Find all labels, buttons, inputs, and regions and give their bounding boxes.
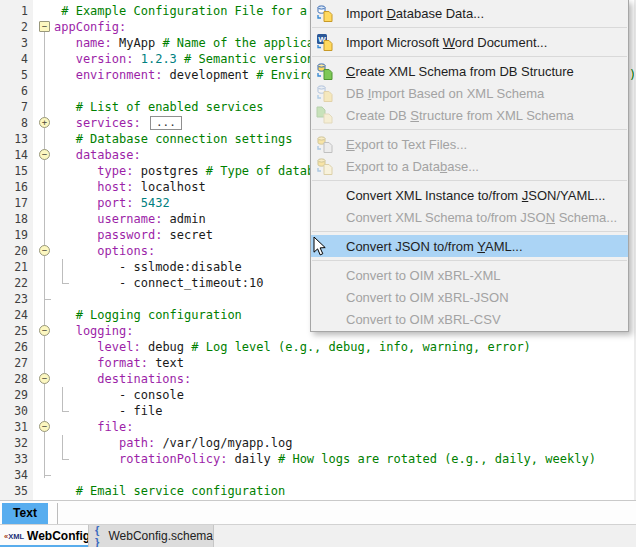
file-tab-label: WebConfig.schema [109, 529, 214, 543]
line-number: 34 [0, 467, 28, 483]
code-line[interactable]: version: 1.2.3 # Semantic version [54, 51, 314, 67]
menu-item-convert-to-oim-xbrl-csv[interactable]: Convert to OIM xBRL-CSV [311, 308, 628, 330]
code-line[interactable]: # Logging configuration [54, 307, 242, 323]
code-line[interactable]: services: ... [54, 115, 182, 131]
code-line[interactable]: - connect_timeout:10 [54, 275, 264, 291]
line-number: 32 [0, 435, 28, 451]
collapsed-fold-box[interactable]: ... [150, 116, 182, 130]
code-line[interactable]: # Database connection settings [54, 131, 292, 147]
view-mode-tabbar: Text [0, 500, 636, 524]
line-number: 16 [0, 179, 28, 195]
menu-separator [312, 56, 627, 57]
code-line[interactable]: database: [54, 147, 141, 163]
menu-item-label: Import Database Data... [346, 6, 484, 21]
line-number: 24 [0, 307, 28, 323]
file-tabbar: «XML WebConfig { } WebConfig.schema [0, 524, 636, 547]
line-number: 3 [0, 35, 28, 51]
xml-file-icon: «XML [4, 532, 24, 541]
code-line[interactable]: password: secret [54, 227, 213, 243]
menu-item-label: Export to a Database... [346, 159, 479, 174]
context-menu: Import Database Data...WImport Microsoft… [310, 0, 629, 332]
menu-item-convert-to-oim-xbrl-xml[interactable]: Convert to OIM xBRL-XML [311, 264, 628, 286]
menu-item-import-database-data[interactable]: Import Database Data... [311, 2, 628, 24]
export-text-faded-icon [316, 135, 334, 153]
code-line[interactable]: username: admin [54, 211, 206, 227]
line-number: 6 [0, 83, 28, 99]
file-tab-webconfig[interactable]: «XML WebConfig [0, 525, 88, 547]
xmlspy-window: 1234567813141516171819202122232425262728… [0, 0, 636, 547]
menu-item-label: Create DB Structure from XML Schema [346, 108, 574, 123]
line-number: 7 [0, 99, 28, 115]
menu-item-label: Convert JSON to/from YAML... [346, 239, 523, 254]
menu-item-convert-to-oim-xbrl-json[interactable]: Convert to OIM xBRL-JSON [311, 286, 628, 308]
code-line[interactable]: rotationPolicy: daily # How logs are rot… [54, 451, 596, 467]
code-line[interactable]: # Example Configuration File for a [54, 3, 307, 19]
menu-item-convert-xml-schema-to-from-json-schema[interactable]: Convert XML Schema to/from JSON Schema..… [311, 206, 628, 228]
menu-item-label: Convert XML Instance to/from JSON/YAML..… [346, 188, 605, 203]
word-import-icon: W [316, 33, 334, 51]
page-green-faded-icon [316, 106, 334, 124]
line-number: 35 [0, 483, 28, 499]
code-line[interactable]: file: [54, 419, 133, 435]
tab-text-view[interactable]: Text [2, 503, 48, 524]
menu-item-db-import-based-on-xml-schema[interactable]: DB Import Based on XML Schema [311, 82, 628, 104]
code-line[interactable]: destinations: [54, 371, 191, 387]
menu-item-import-microsoft-word-document[interactable]: WImport Microsoft Word Document... [311, 31, 628, 53]
line-number: 22 [0, 275, 28, 291]
code-line[interactable]: format: text [54, 355, 184, 371]
menu-item-convert-xml-instance-to-from-json-yaml[interactable]: Convert XML Instance to/from JSON/YAML..… [311, 184, 628, 206]
fold-end-tick [44, 475, 51, 476]
db-schema-green-icon [316, 62, 334, 80]
line-number: 27 [0, 355, 28, 371]
line-number: 31 [0, 419, 28, 435]
line-number: 14 [0, 147, 28, 163]
code-line[interactable]: - console [54, 387, 184, 403]
line-number: 28 [0, 371, 28, 387]
menu-item-label: Convert to OIM xBRL-JSON [346, 290, 509, 305]
code-line[interactable]: appConfig: [54, 19, 126, 35]
menu-item-create-db-structure-from-xml-schema[interactable]: Create DB Structure from XML Schema [311, 104, 628, 126]
code-line[interactable]: # List of enabled services [54, 99, 264, 115]
menu-item-create-xml-schema-from-db-structure[interactable]: Create XML Schema from DB Structure [311, 60, 628, 82]
code-line[interactable]: path: /var/log/myapp.log [54, 435, 292, 451]
line-number: 1 [0, 3, 28, 19]
fold-end-tick [44, 299, 51, 300]
code-line[interactable]: - file [54, 403, 162, 419]
line-number: 26 [0, 339, 28, 355]
code-line[interactable]: name: MyApp # Name of the applica [54, 35, 314, 51]
fold-expand-marker: + [39, 117, 50, 128]
menu-item-label: Import Microsoft Word Document... [346, 35, 547, 50]
line-number: 15 [0, 163, 28, 179]
fold-collapse-marker: − [39, 421, 50, 432]
menu-item-convert-json-to-from-yaml[interactable]: Convert JSON to/from YAML... [311, 235, 628, 257]
menu-item-export-to-a-database[interactable]: Export to a Database... [311, 155, 628, 177]
tabbar-divider [57, 503, 58, 524]
file-tab-webconfig-schema[interactable]: { } WebConfig.schema [88, 525, 214, 547]
line-number: 19 [0, 227, 28, 243]
line-number: 18 [0, 211, 28, 227]
code-line[interactable]: type: postgres # Type of databa [54, 163, 321, 179]
menu-item-export-to-text-files[interactable]: Export to Text Files... [311, 133, 628, 155]
fold-collapse-marker: − [39, 149, 50, 160]
code-line[interactable]: port: 5432 [54, 195, 170, 211]
line-number: 30 [0, 403, 28, 419]
json-braces-icon: { } [95, 524, 105, 547]
fold-collapse-marker: − [39, 373, 50, 384]
code-line[interactable]: host: localhost [54, 179, 206, 195]
code-line[interactable]: level: debug # Log level (e.g., debug, i… [54, 339, 531, 355]
menu-separator [312, 27, 627, 28]
menu-separator [312, 129, 627, 130]
line-number: 17 [0, 195, 28, 211]
menu-item-label: Create XML Schema from DB Structure [346, 64, 574, 79]
code-line[interactable]: - sslmode:disable [54, 259, 242, 275]
menu-item-label: Convert to OIM xBRL-XML [346, 268, 501, 283]
code-line[interactable]: options: [54, 243, 155, 259]
menu-separator [312, 260, 627, 261]
menu-separator [312, 231, 627, 232]
code-line[interactable]: environment: development # Enviro [54, 67, 314, 83]
code-line[interactable]: logging: [54, 323, 133, 339]
line-number: 13 [0, 131, 28, 147]
line-number: 8 [0, 115, 28, 131]
code-line[interactable]: # Email service configuration [54, 483, 285, 499]
fold-collapse-marker: − [39, 21, 50, 32]
